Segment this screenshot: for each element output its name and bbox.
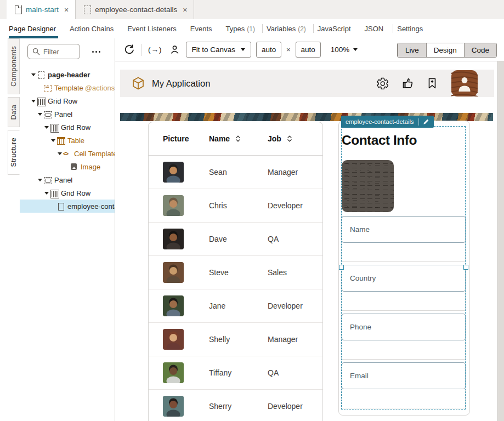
user-avatar[interactable] [451, 70, 478, 96]
overflow-menu-icon[interactable] [92, 51, 100, 53]
fit-to-canvas-select[interactable]: Fit to Canvas [186, 42, 252, 58]
tree-item-label: Table [67, 136, 84, 145]
tree-item-icon [57, 202, 65, 210]
refresh-icon[interactable] [123, 44, 134, 55]
descriptor-icon[interactable]: (→) [148, 45, 162, 54]
close-icon[interactable]: × [64, 6, 69, 14]
caret-down-icon[interactable] [36, 179, 44, 181]
designer-nav: Page Designer Action Chains Event Listen… [0, 19, 504, 38]
filter-input[interactable]: Filter [27, 44, 80, 59]
tree-item[interactable]: Panel [20, 107, 115, 121]
employee-job: Manager [268, 168, 322, 177]
caret-down-icon[interactable] [36, 113, 44, 116]
designer-nav-tab[interactable]: Variables (2) [267, 19, 306, 38]
tree-item[interactable]: Grid Row [20, 186, 115, 200]
employee-photo [163, 295, 184, 316]
tree-item[interactable]: Panel [20, 173, 115, 186]
employee-photo [163, 229, 184, 249]
resize-handle-right[interactable] [463, 265, 468, 270]
resize-handle-left[interactable] [339, 265, 344, 270]
designer-nav-tab[interactable]: JavaScript [318, 19, 353, 38]
tree-item[interactable]: employee-contact-details [20, 200, 115, 213]
tree-item[interactable]: page-header [20, 68, 115, 81]
table-row[interactable]: Steve Sales [149, 256, 322, 289]
table-row[interactable]: Dave QA [149, 223, 322, 256]
caret-down-icon[interactable] [30, 73, 37, 76]
sort-icon[interactable] [287, 135, 292, 142]
designer-nav-tab[interactable]: Types (1) [226, 19, 255, 38]
side-tab[interactable]: Components [8, 38, 20, 94]
text-input[interactable]: Email [342, 362, 466, 389]
tree-item[interactable]: Grid Row [20, 121, 115, 134]
side-tab[interactable]: Data [8, 97, 20, 128]
tree-item[interactable]: Table [20, 134, 115, 147]
designer-nav-tab[interactable]: Settings [397, 19, 425, 38]
edit-pencil-icon[interactable] [419, 118, 434, 125]
employee-name: Dave [209, 235, 268, 243]
view-mode-button[interactable]: Live [398, 43, 426, 57]
close-icon[interactable]: × [183, 6, 187, 14]
employee-job: QA [268, 368, 322, 377]
caret-down-icon[interactable] [56, 152, 64, 155]
field-assist-area [342, 340, 466, 360]
caret-down-icon[interactable] [43, 192, 50, 195]
gear-icon[interactable] [376, 77, 389, 90]
tree-item-icon [64, 150, 71, 157]
designer-nav-label: Events [190, 25, 212, 33]
table-column-header[interactable]: Job [268, 134, 322, 143]
designer-nav-tab[interactable]: Event Listeners [127, 19, 179, 38]
table-column-header[interactable]: Picture [163, 134, 209, 143]
table-row[interactable]: Shelly Manager [149, 323, 322, 356]
tree-item-icon [37, 71, 45, 78]
table-row[interactable]: Sean Manager [149, 156, 322, 189]
tree-item[interactable]: Template @actions [20, 81, 115, 94]
selection-badge[interactable]: employee-contact-details [341, 116, 434, 128]
text-input[interactable]: Name [342, 216, 466, 243]
designer-nav-tab[interactable]: Action Chains [70, 19, 116, 38]
text-input[interactable]: Phone [342, 314, 466, 340]
field-assist-area [342, 389, 466, 408]
view-mode-button[interactable]: Code [464, 43, 496, 57]
designer-nav-tab[interactable]: Events [190, 19, 214, 38]
document-tab[interactable]: main-start × [7, 0, 76, 19]
table-row[interactable]: Tiffany QA [149, 356, 322, 390]
canvas-width-input[interactable]: auto [256, 42, 281, 58]
tree-item[interactable]: Cell Template [20, 147, 115, 160]
table-row[interactable]: Chris Developer [149, 189, 322, 223]
sort-icon[interactable] [235, 135, 241, 142]
document-tab[interactable]: employee-contact-details × [76, 0, 194, 19]
designer-nav-tab[interactable]: Page Designer [9, 19, 58, 38]
view-mode-group: Live Design Code [397, 43, 497, 58]
bookmark-add-icon[interactable] [426, 77, 439, 90]
tree-item[interactable]: Grid Row [20, 94, 115, 107]
tree-item[interactable]: Image [20, 160, 115, 173]
thumbs-up-icon[interactable] [401, 77, 414, 90]
canvas-height-input[interactable]: auto [296, 42, 321, 58]
caret-down-icon[interactable] [30, 100, 37, 103]
structure-tree: page-header Template @actions Grid Row P… [20, 68, 115, 213]
designer-nav-tab[interactable]: JSON [365, 19, 386, 38]
view-mode-label: Code [472, 46, 489, 54]
tree-item-label: Grid Row [48, 97, 77, 105]
zoom-value: 100% [331, 45, 350, 54]
view-mode-button[interactable]: Design [426, 43, 464, 57]
caret-down-icon[interactable] [43, 126, 50, 129]
tree-item-icon [57, 136, 65, 144]
user-icon[interactable] [170, 45, 179, 54]
employee-name: Tiffany [209, 368, 268, 377]
chevron-down-icon [241, 48, 245, 51]
side-tab[interactable]: Structure [8, 130, 20, 174]
field-assist-area [342, 292, 466, 311]
table-row[interactable]: Sherry Developer [149, 390, 322, 421]
table-row[interactable]: Jane Developer [149, 289, 322, 323]
zoom-select[interactable]: 100% [331, 45, 358, 54]
field-label: Name [350, 225, 370, 234]
table-column-header[interactable]: Name [209, 134, 268, 143]
employee-name: Steve [209, 268, 268, 277]
caret-down-icon[interactable] [49, 139, 57, 142]
tree-item-icon [44, 110, 52, 118]
field-assist-area [342, 243, 466, 262]
times-separator: × [286, 45, 291, 54]
tree-item-label: employee-contact-details [67, 202, 115, 210]
text-input[interactable]: Country [342, 265, 466, 292]
